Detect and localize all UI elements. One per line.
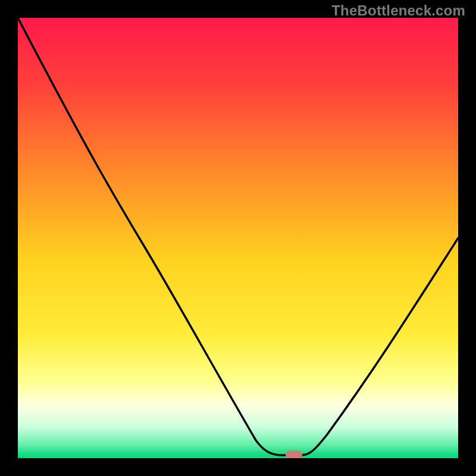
chart-container: TheBottleneck.com xyxy=(0,0,476,476)
curve-svg xyxy=(18,18,458,458)
watermark-text: TheBottleneck.com xyxy=(331,2,465,19)
bottleneck-curve xyxy=(18,18,458,455)
minimum-marker xyxy=(286,450,302,458)
plot-area xyxy=(18,18,458,458)
